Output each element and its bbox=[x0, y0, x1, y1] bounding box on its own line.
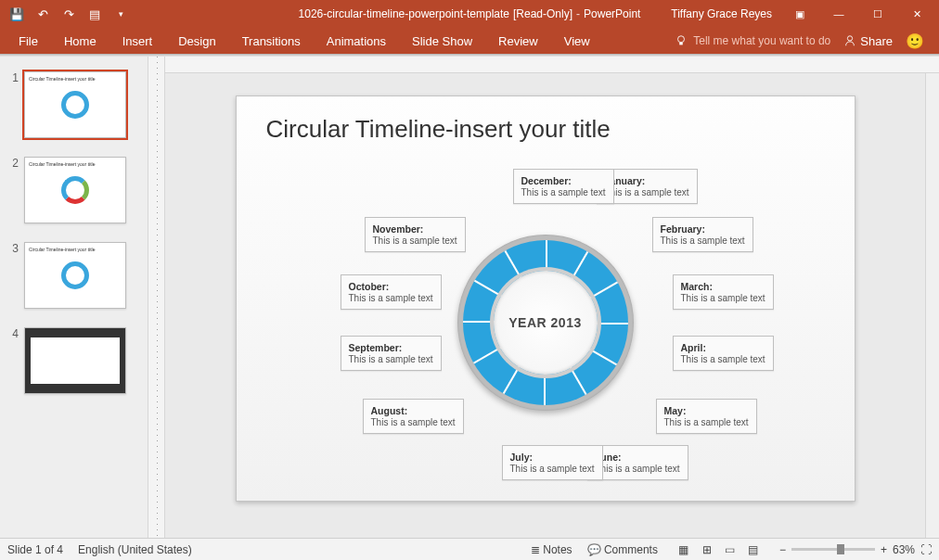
tab-design[interactable]: Design bbox=[165, 31, 228, 52]
title-bar: 💾 ↶ ↷ ▤ ▾ 1026-circular-timeline-powerpo… bbox=[0, 0, 939, 28]
canvas-wrap: Circular Timeline-insert your title YEAR… bbox=[165, 57, 939, 538]
slide-title[interactable]: Circular Timeline-insert your title bbox=[266, 115, 611, 144]
horizontal-ruler bbox=[165, 57, 939, 73]
tab-transitions[interactable]: Transitions bbox=[229, 31, 314, 52]
zoom-level[interactable]: 63% bbox=[893, 543, 915, 556]
app-name: PowerPoint bbox=[584, 7, 640, 20]
callout-apr[interactable]: April:This is a sample text bbox=[673, 336, 774, 371]
vertical-scrollbar[interactable] bbox=[925, 73, 939, 538]
tell-me-placeholder: Tell me what you want to do bbox=[693, 34, 830, 47]
callout-dec[interactable]: December:This is a sample text bbox=[513, 169, 614, 204]
window-title: 1026-circular-timeline-powerpoint-templa… bbox=[299, 7, 641, 20]
callout-mar[interactable]: March:This is a sample text bbox=[673, 274, 774, 310]
normal-view-icon[interactable]: ▦ bbox=[673, 541, 695, 558]
thumbnail-1[interactable]: 1 Circular Timeline-insert your title bbox=[0, 66, 148, 151]
slide-editor[interactable]: Circular Timeline-insert your title YEAR… bbox=[165, 73, 925, 538]
undo-icon[interactable]: ↶ bbox=[32, 3, 54, 25]
callout-jul[interactable]: July:This is a sample text bbox=[502, 445, 603, 480]
zoom-slider[interactable] bbox=[791, 548, 875, 551]
svg-point-2 bbox=[848, 36, 853, 41]
tab-review[interactable]: Review bbox=[485, 31, 551, 52]
circular-timeline-ring[interactable]: YEAR 2013 bbox=[457, 235, 634, 411]
quick-access-toolbar: 💾 ↶ ↷ ▤ ▾ bbox=[0, 3, 132, 25]
document-name: 1026-circular-timeline-powerpoint-templa… bbox=[299, 7, 509, 20]
thumbnail-3[interactable]: 3 Circular Timeline-insert your title bbox=[0, 236, 148, 322]
zoom-out-icon[interactable]: − bbox=[779, 543, 786, 556]
callout-aug[interactable]: August:This is a sample text bbox=[363, 399, 464, 434]
fit-to-window-icon[interactable]: ⛶ bbox=[920, 543, 932, 556]
slide-sorter-icon[interactable]: ⊞ bbox=[696, 541, 718, 558]
slide[interactable]: Circular Timeline-insert your title YEAR… bbox=[236, 95, 855, 502]
start-from-beginning-icon[interactable]: ▤ bbox=[84, 3, 106, 25]
zoom-in-icon[interactable]: + bbox=[881, 543, 887, 556]
callout-feb[interactable]: February:This is a sample text bbox=[652, 217, 753, 252]
file-tab[interactable]: File bbox=[6, 31, 51, 52]
tab-insert[interactable]: Insert bbox=[109, 31, 166, 52]
readonly-tag: [Read-Only] bbox=[513, 7, 572, 20]
callout-may[interactable]: May:This is a sample text bbox=[656, 399, 757, 434]
signed-in-user[interactable]: Tiffany Grace Reyes bbox=[671, 7, 772, 20]
thumbnail-2[interactable]: 2 Circular Timeline-insert your title bbox=[0, 151, 148, 236]
qat-dropdown-icon[interactable]: ▾ bbox=[109, 3, 132, 25]
maximize-icon[interactable]: ☐ bbox=[859, 0, 896, 28]
tab-view[interactable]: View bbox=[551, 31, 603, 52]
thumbnail-4[interactable]: 4 bbox=[0, 322, 148, 407]
minimize-icon[interactable]: — bbox=[820, 0, 857, 28]
comments-button[interactable]: 💬 Comments bbox=[587, 543, 658, 556]
callout-nov[interactable]: November:This is a sample text bbox=[365, 217, 466, 252]
share-button[interactable]: Share bbox=[843, 34, 893, 48]
tell-me-search[interactable]: Tell me what you want to do bbox=[675, 34, 830, 47]
svg-rect-1 bbox=[679, 43, 683, 45]
tab-home[interactable]: Home bbox=[51, 31, 109, 52]
callout-sep[interactable]: September:This is a sample text bbox=[341, 336, 442, 371]
lightbulb-icon bbox=[675, 34, 688, 47]
status-bar: Slide 1 of 4 English (United States) ≣ N… bbox=[0, 538, 939, 560]
callout-oct[interactable]: October:This is a sample text bbox=[341, 274, 442, 310]
language-indicator[interactable]: English (United States) bbox=[78, 543, 192, 556]
center-label: YEAR 2013 bbox=[508, 315, 581, 330]
reading-view-icon[interactable]: ▭ bbox=[719, 541, 741, 558]
ribbon-display-options-icon[interactable]: ▣ bbox=[781, 0, 818, 28]
vertical-ruler bbox=[148, 57, 165, 538]
slide-indicator[interactable]: Slide 1 of 4 bbox=[7, 543, 63, 556]
save-icon[interactable]: 💾 bbox=[6, 3, 28, 25]
close-icon[interactable]: ✕ bbox=[898, 0, 935, 28]
zoom-control[interactable]: − + 63% ⛶ bbox=[779, 543, 932, 556]
ring-center[interactable]: YEAR 2013 bbox=[494, 271, 598, 375]
share-icon bbox=[843, 34, 856, 47]
svg-point-0 bbox=[678, 36, 685, 43]
tab-slideshow[interactable]: Slide Show bbox=[399, 31, 485, 52]
notes-button[interactable]: ≣ Notes bbox=[531, 543, 572, 556]
tab-animations[interactable]: Animations bbox=[314, 31, 399, 52]
slide-thumbnail-panel[interactable]: 1 Circular Timeline-insert your title 2 … bbox=[0, 57, 148, 538]
ribbon-tabs: File Home Insert Design Transitions Anim… bbox=[0, 28, 939, 54]
work-area: 1 Circular Timeline-insert your title 2 … bbox=[0, 57, 939, 538]
redo-icon[interactable]: ↷ bbox=[58, 3, 80, 25]
slideshow-view-icon[interactable]: ▤ bbox=[742, 541, 765, 558]
feedback-icon[interactable]: 🙂 bbox=[906, 32, 924, 50]
view-buttons: ▦ ⊞ ▭ ▤ bbox=[673, 541, 765, 558]
